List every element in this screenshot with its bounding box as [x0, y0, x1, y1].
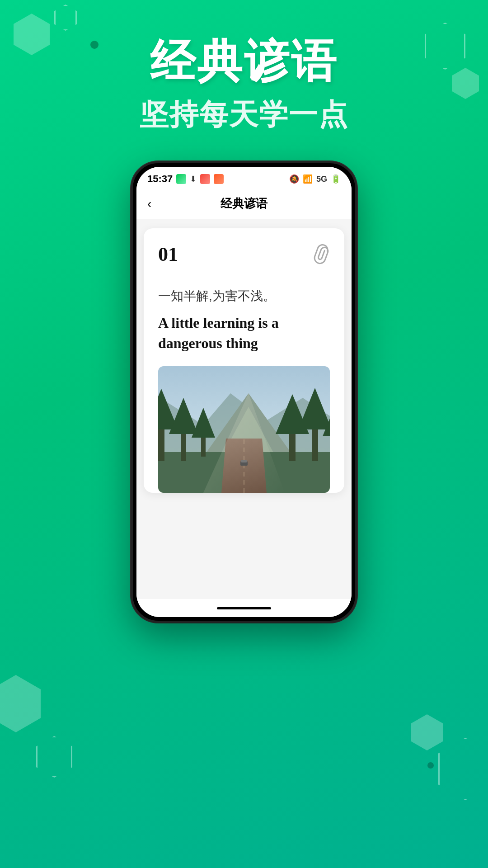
back-button[interactable]: ‹	[147, 197, 151, 211]
phone-wrapper: 15:37 ⬇ 🔕 📶 5G 🔋 ‹ 经典谚语	[0, 161, 488, 623]
card-header: 01	[158, 243, 330, 269]
svg-rect-7	[158, 425, 164, 461]
status-time: 15:37	[147, 173, 173, 185]
phone-screen: 15:37 ⬇ 🔕 📶 5G 🔋 ‹ 经典谚语	[136, 167, 352, 617]
status-icons-right: 🔕 📶 5G 🔋	[289, 174, 341, 184]
chinese-proverb: 一知半解,为害不浅。	[158, 287, 330, 306]
card-number: 01	[158, 243, 178, 266]
nav-bar: ‹ 经典谚语	[136, 189, 352, 219]
home-indicator	[217, 607, 271, 609]
status-left: 15:37 ⬇	[147, 173, 224, 185]
hex-decoration-8	[411, 714, 443, 750]
battery-icon: 🔋	[331, 174, 341, 184]
svg-rect-9	[181, 429, 186, 461]
signal-icon: 5G	[316, 175, 327, 184]
svg-rect-21	[241, 460, 247, 462]
paperclip-icon	[308, 241, 333, 271]
dot-decoration-1	[90, 41, 99, 49]
status-app-icon-3	[214, 174, 224, 184]
mute-icon: 🔕	[289, 174, 299, 184]
status-bar: 15:37 ⬇ 🔕 📶 5G 🔋	[136, 167, 352, 189]
english-line1: A little learning is a	[158, 315, 279, 331]
status-download-icon: ⬇	[190, 174, 197, 184]
proverb-card: 01 一知半解,为害不浅。 A little learning is a dan…	[144, 228, 344, 493]
wifi-icon: 📶	[303, 174, 313, 184]
bottom-area	[136, 599, 352, 617]
english-proverb: A little learning is a dangerous thing	[158, 313, 330, 354]
hex-decoration-5	[0, 675, 41, 732]
hex-decoration-7	[438, 738, 488, 800]
status-app-icon-2	[200, 174, 210, 184]
sub-title: 坚持每天学一点	[0, 95, 488, 134]
nav-title: 经典谚语	[221, 196, 267, 212]
hex-decoration-6	[36, 736, 72, 778]
english-line2: dangerous thing	[158, 335, 258, 351]
main-title: 经典谚语	[0, 36, 488, 86]
svg-rect-15	[312, 425, 318, 461]
status-app-icon-1	[176, 174, 186, 184]
svg-rect-13	[289, 429, 296, 461]
phone-mockup: 15:37 ⬇ 🔕 📶 5G 🔋 ‹ 经典谚语	[131, 161, 357, 623]
landscape-image	[158, 366, 330, 493]
dot-decoration-2	[427, 762, 434, 769]
content-area: 01 一知半解,为害不浅。 A little learning is a dan…	[136, 219, 352, 599]
